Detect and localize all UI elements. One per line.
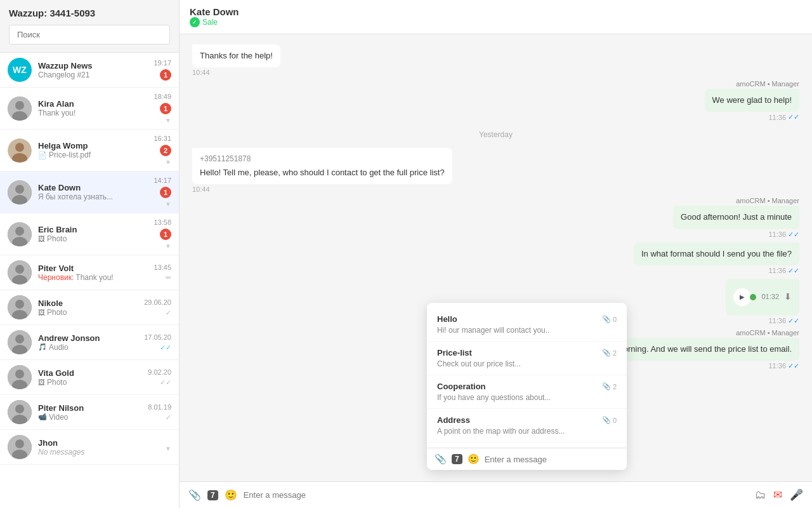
contact-meta: 17.05.20 ✓✓ [144, 333, 171, 352]
msg-text: In what format should I send you the fil… [641, 249, 792, 258]
avatar-text: WZ [13, 65, 27, 75]
svg-point-19 [15, 335, 24, 344]
svg-point-25 [15, 404, 24, 413]
contact-item[interactable]: WZ Wazzup News Changelog #21 19:17 1 [0, 53, 179, 88]
msg-text: We were glad to help! [712, 95, 792, 105]
input-toolbar-right: 🗂 ✉ 🎤 [755, 488, 803, 502]
msg-time: 11:36 ✓✓ [634, 267, 799, 275]
attachment-icon: 📎 [602, 349, 611, 357]
contact-meta: 18:49 1 ▼ [154, 93, 171, 124]
contact-name: Kira Alan [38, 99, 150, 109]
template-item[interactable]: Address 📎 0 A point on the map with our … [427, 409, 627, 443]
download-icon[interactable]: ⬇ [784, 291, 792, 304]
template-badge[interactable]: 7 [207, 490, 218, 500]
contact-info: Piter Volt Черновик: Thank you! [38, 264, 150, 282]
time-value: 11:36 [768, 231, 786, 238]
message-input[interactable] [244, 490, 749, 500]
read-tick: ✓✓ [788, 231, 799, 239]
double-tick-gray: ✓✓ [160, 378, 171, 387]
attachment-icon: 📎 [602, 416, 611, 424]
read-tick: ✓✓ [788, 113, 799, 121]
contact-info: Vita Gold 🖼Photo [38, 368, 144, 387]
search-input[interactable] [9, 25, 170, 44]
msg-bubble: We were glad to help! [705, 89, 800, 112]
time-value: 11:36 [768, 317, 786, 324]
preview-type-icon: 📹 [38, 413, 47, 421]
msg-bubble: ▶ 01:32 ⬇ [726, 279, 799, 316]
template-item[interactable]: Cooperation 📎 2 If you have any question… [427, 375, 627, 409]
preview-type-icon: 📄 [38, 151, 47, 159]
mic-icon[interactable]: 🎤 [790, 488, 803, 502]
date-divider: Yesterday [192, 130, 799, 139]
contact-preview: 📄Price-list.pdf [38, 150, 150, 159]
contact-avatar [8, 180, 32, 204]
audio-dot [750, 294, 756, 300]
template-preview: Check out our price list... [437, 359, 617, 368]
contact-item[interactable]: Helga Womp 📄Price-list.pdf 16:31 2 ▼ [0, 130, 179, 171]
chat-header: Kate Down ✓ Sale [180, 0, 812, 34]
preview-type-icon: 🖼 [38, 235, 45, 243]
contact-item[interactable]: Jhon No messages ▼ [0, 430, 179, 465]
contact-preview: 📹Video [38, 413, 144, 422]
contact-item[interactable]: Eric Brain 🖼Photo 13:58 1 ▼ [0, 213, 179, 255]
contact-item[interactable]: Piter Nilson 📹Video 8.01.19 ✓ [0, 395, 179, 430]
popup-message-input[interactable] [485, 455, 619, 464]
contact-time: 18:49 [154, 93, 171, 100]
svg-point-1 [15, 101, 24, 110]
contact-preview-text: Я бы хотела узнать... [38, 192, 113, 201]
unread-badge: 2 [160, 145, 171, 156]
contact-name: Wazzup News [38, 61, 150, 70]
contact-meta: 8.01.19 ✓ [148, 403, 171, 422]
msg-sender: amoCRM • Manager [705, 80, 800, 88]
chevron-icon: ▼ [165, 445, 171, 452]
popup-emoji-icon[interactable]: 🙂 [468, 453, 480, 465]
template-name: Price-list [437, 348, 472, 358]
msg-text: Hello! Tell me, please, who should I con… [200, 168, 445, 177]
contact-preview: No messages [38, 448, 161, 457]
contact-item[interactable]: Vita Gold 🖼Photo 9.02.20 ✓✓ [0, 360, 179, 395]
folder-icon[interactable]: 🗂 [755, 489, 766, 502]
contact-preview-text: Video [49, 413, 68, 422]
contact-info: Nikole 🖼Photo [38, 298, 140, 317]
contact-info: Andrew Jonson 🎵Audio [38, 333, 140, 352]
svg-point-10 [15, 227, 24, 236]
play-button[interactable]: ▶ [733, 288, 751, 306]
contact-time: 19:17 [154, 59, 171, 67]
contact-item[interactable]: Kate Down Я бы хотела узнать... 14:17 1 … [0, 171, 179, 213]
template-count: 📎 2 [602, 349, 617, 357]
contact-name: Andrew Jonson [38, 333, 140, 343]
contact-item[interactable]: Piter Volt Черновик: Thank you! 13:45 ✏ [0, 255, 179, 290]
contact-item[interactable]: Kira Alan Thank you! 18:49 1 ▼ [0, 88, 179, 130]
contact-preview: Thank you! [38, 109, 150, 117]
main-chat: Kate Down ✓ Sale Thanks for the help! 10… [180, 0, 812, 508]
template-item[interactable]: Hello 📎 0 Hi! our manager will contact y… [427, 308, 627, 342]
msg-text: Thanks for the help! [200, 51, 273, 60]
template-item[interactable]: Price-list 📎 2 Check out our price list.… [427, 342, 627, 375]
msg-text: Good afternoon! Just a minute [681, 212, 792, 222]
contact-preview: Changelog #21 [38, 70, 150, 79]
popup-attach-icon[interactable]: 📎 [435, 453, 447, 465]
read-tick: ✓✓ [788, 317, 799, 325]
double-tick-blue: ✓✓ [160, 344, 171, 352]
chat-contact-name: Kate Down [190, 6, 239, 17]
attach-icon[interactable]: 📎 [188, 489, 201, 501]
template-item-header: Address 📎 0 [437, 415, 617, 425]
contact-name: Piter Volt [38, 264, 150, 273]
contact-preview: 🖼Photo [38, 378, 144, 387]
draft-label: Черновик: [38, 273, 74, 282]
contact-avatar [8, 138, 32, 163]
preview-type-icon: 🖼 [38, 378, 45, 386]
contact-list: WZ Wazzup News Changelog #21 19:17 1 Kir… [0, 53, 179, 508]
count-value: 0 [613, 316, 617, 323]
svg-point-7 [15, 185, 24, 194]
template-name: Address [437, 415, 470, 425]
contact-name: Helga Womp [38, 141, 150, 150]
msg-time: 11:36 ✓✓ [726, 317, 799, 325]
contact-item[interactable]: Nikole 🖼Photo 29.06.20 ✓ [0, 290, 179, 325]
msg-time: 10:44 [192, 69, 280, 76]
contact-item[interactable]: Andrew Jonson 🎵Audio 17.05.20 ✓✓ [0, 325, 179, 360]
mail-icon[interactable]: ✉ [773, 488, 782, 502]
whatsapp-channel-badge: ✓ Sale [190, 17, 239, 27]
emoji-icon[interactable]: 🙂 [225, 489, 237, 501]
incoming-message: Thanks for the help! 10:44 [192, 44, 280, 76]
